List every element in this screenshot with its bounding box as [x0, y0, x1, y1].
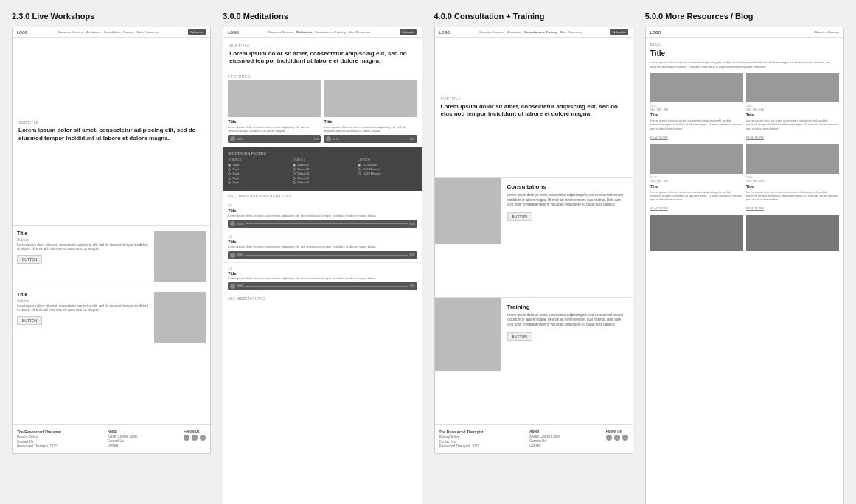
play-btn-2[interactable]: [326, 136, 331, 141]
card-button-2[interactable]: BUTTON: [17, 316, 42, 325]
footer-donate[interactable]: Donate: [108, 444, 138, 447]
footer-privacy[interactable]: Privacy Policy: [17, 435, 61, 439]
read-more-2-2[interactable]: READ MORE: [746, 206, 764, 210]
radio-length-3[interactable]: [358, 172, 361, 175]
filter-class-opt-4[interactable]: Class #4: [293, 176, 352, 180]
nav-subscribe-btn-4[interactable]: Subscribe: [610, 29, 628, 35]
radio-subject-5[interactable]: [228, 181, 231, 184]
nav-link-classes[interactable]: Classes + Courses: [58, 30, 83, 34]
audio-bar-med-2[interactable]: 00:00 6:00: [228, 251, 417, 259]
footer-contact-about-4[interactable]: Contact Us: [529, 439, 560, 443]
filter-length-opt-3[interactable]: 11-20 Minutes: [358, 172, 417, 175]
feature-body-2: Lorem ipsum dolor sit amet, consectetur …: [324, 125, 417, 133]
feature-img-2: [324, 80, 417, 117]
radio-class-2[interactable]: [293, 168, 296, 171]
nav-link-classes-3[interactable]: Classes + Courses: [268, 30, 293, 34]
footer-kajabi-4[interactable]: Kajabi Course Login: [529, 435, 560, 438]
audio-bar-1[interactable]: 00:00 6:00: [228, 135, 321, 143]
audio-bar-med-1[interactable]: 00:00 6:00: [228, 220, 417, 228]
filter-class-opt-5[interactable]: Class #5: [293, 181, 352, 184]
footer-privacy-4[interactable]: Privacy Policy: [439, 435, 484, 439]
audio-start-med-3: 00:00: [237, 284, 243, 287]
social-icon-1[interactable]: [184, 435, 189, 441]
radio-subject-4[interactable]: [228, 177, 231, 180]
hero-2-3: SUBTITLE Lorem ipsum dolor sit amet, con…: [13, 114, 210, 148]
footer-brand-4: The Resourced Therapist: [439, 430, 484, 434]
radio-class-4[interactable]: [293, 177, 296, 180]
filter-subject-opt-3[interactable]: Topic: [228, 172, 287, 175]
filter-row: SUBJECT Topic Topic Topic Topic Topic CL…: [228, 158, 417, 185]
nav-link-more[interactable]: More Resources: [137, 30, 159, 34]
radio-class-3[interactable]: [293, 172, 296, 175]
read-more-2-1[interactable]: READ MORE: [650, 206, 668, 210]
med-body-2: Lorem ipsum dolor sit amet, consectetur …: [228, 245, 417, 248]
all-meditations-label[interactable]: ALL MEDITATIONS: [223, 293, 421, 304]
nav-link-meditations[interactable]: Meditations: [86, 30, 100, 34]
nav-link-consult-3[interactable]: Consultation + Training: [316, 30, 346, 34]
consult-button-2[interactable]: BUTTON: [507, 332, 532, 341]
radio-length-2[interactable]: [358, 168, 361, 171]
filter-subject-opt-2[interactable]: Topic: [228, 167, 287, 171]
play-btn-med-3[interactable]: [230, 284, 235, 289]
blog-date-1-2: DATE: [746, 105, 839, 108]
nav-link-classes-5[interactable]: Classes + Courses: [814, 30, 839, 34]
social-icon-4-2[interactable]: [614, 435, 620, 441]
radio-length-1[interactable]: [358, 164, 361, 167]
footer-donate-4[interactable]: Donate: [529, 444, 560, 447]
radio-class-1[interactable]: [293, 164, 296, 167]
nav-link-consultation[interactable]: Consultation + Training: [103, 30, 133, 34]
play-btn-1[interactable]: [230, 136, 235, 141]
filter-length-opt-2[interactable]: 6-15 Minutes: [358, 167, 417, 171]
audio-bar-med-3[interactable]: 00:00 6:00: [228, 282, 417, 290]
audio-track-med-3: [245, 286, 408, 287]
social-icon-4-3[interactable]: [622, 435, 628, 441]
footer-year: Resourced Therapist, 2021: [17, 444, 61, 448]
play-btn-med-2[interactable]: [230, 253, 235, 258]
radio-subject-1[interactable]: [228, 164, 231, 167]
blog-item-body-1-2: Lorem ipsum dolor sit amet, consectetur …: [746, 119, 839, 130]
nav-links-4: Classes + Courses Meditations Consultati…: [479, 30, 582, 34]
filter-subject-opt-1[interactable]: Topic: [228, 163, 287, 167]
consult-button-1[interactable]: BUTTON: [507, 212, 532, 221]
hero-3-0: SUBTITLE Lorem ipsum dolor sit amet, con…: [223, 38, 421, 71]
nav-link-consult-4[interactable]: Consultation + Training: [524, 30, 557, 34]
social-icon-2[interactable]: [192, 435, 198, 441]
social-icon-3[interactable]: [200, 435, 206, 441]
nav-subscribe-btn-3[interactable]: Subscribe: [400, 29, 417, 35]
read-more-1-2[interactable]: READ MORE: [746, 136, 764, 139]
social-icon-4-1[interactable]: [606, 435, 612, 441]
filter-class-opt-3[interactable]: Class #3: [293, 172, 352, 175]
play-btn-med-1[interactable]: [230, 221, 235, 226]
blog-img-2-2: [746, 144, 839, 174]
radio-subject-2[interactable]: [228, 168, 231, 171]
filter-subject-opt-4[interactable]: Topic: [228, 176, 287, 180]
filter-class-opt-1[interactable]: Class #1: [293, 163, 352, 167]
radio-subject-3[interactable]: [228, 172, 231, 175]
audio-bar-2[interactable]: 00:00 6:00: [324, 135, 417, 143]
card-title-1: Title: [17, 231, 150, 236]
consult-img-2: [435, 298, 501, 371]
nav-links-3: Classes + Courses Meditations Consultati…: [268, 30, 370, 34]
med-title-2: Title: [228, 239, 417, 244]
card-button-1[interactable]: BUTTON: [17, 255, 42, 264]
filter-subject-opt-5[interactable]: Topic: [228, 181, 287, 184]
nav-link-med-3[interactable]: Meditations: [296, 30, 312, 34]
footer-kajabi[interactable]: Kajabi Course Login: [108, 435, 138, 438]
blog-grid-row-1: DATE TAG, TAG, TAG Title Lorem ipsum dol…: [646, 73, 843, 144]
footer-contact-about[interactable]: Contact Us: [108, 439, 138, 443]
filter-length-opt-1[interactable]: 2-4 Minutes: [358, 163, 417, 167]
radio-class-5[interactable]: [293, 181, 296, 184]
nav-subscribe-btn[interactable]: Subscribe: [188, 29, 206, 35]
nav-logo: LOGO: [17, 30, 28, 35]
nav-link-more-4[interactable]: More Resources: [560, 30, 582, 34]
filter-class-opt-2[interactable]: Class #2: [293, 167, 352, 171]
nav-link-classes-4[interactable]: Classes + Courses: [479, 30, 504, 34]
footer-contact-4[interactable]: Contact Us: [439, 440, 484, 444]
nav-link-med-4[interactable]: Meditations: [507, 30, 521, 34]
read-more-1-1[interactable]: READ MORE: [650, 136, 668, 139]
audio-end-2: 6:00: [410, 138, 415, 141]
footer-contact[interactable]: Contact Us: [17, 440, 61, 444]
audio-end-1: 6:00: [314, 138, 319, 141]
card-image-2: [154, 292, 206, 343]
nav-link-more-3[interactable]: More Resources: [349, 30, 370, 34]
